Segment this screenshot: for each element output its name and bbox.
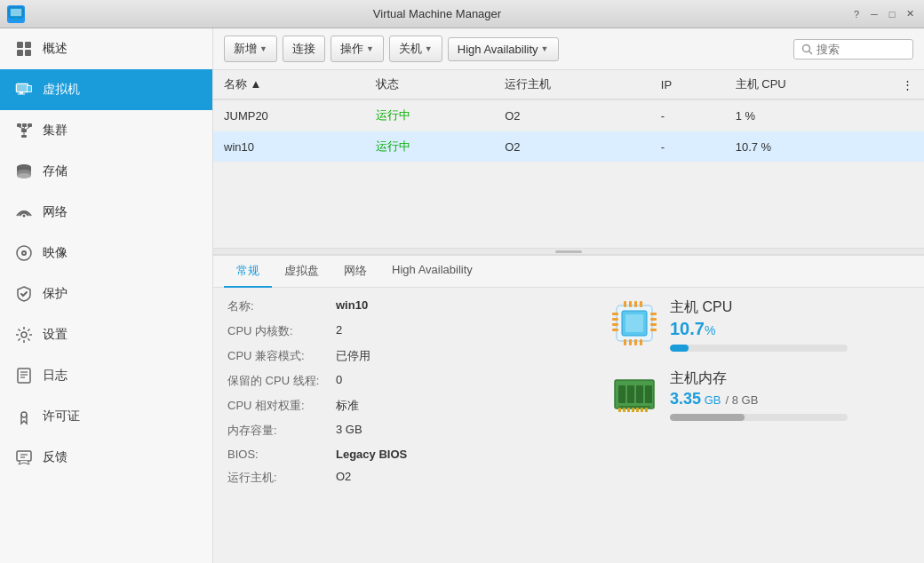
table-row[interactable]: win10 运行中 O2 - 10.7 % — [213, 131, 924, 163]
col-cpu[interactable]: 主机 CPU — [725, 70, 891, 99]
sidebar-item-settings[interactable]: 设置 — [0, 314, 212, 355]
svg-point-28 — [23, 215, 26, 218]
license-icon — [14, 407, 34, 426]
svg-rect-9 — [17, 84, 28, 91]
sidebar-label-protection: 保护 — [43, 286, 68, 302]
protection-icon — [14, 284, 34, 304]
cpu-stat-info: 主机 CPU 10.7% — [670, 298, 910, 352]
svg-rect-4 — [17, 42, 23, 48]
col-ip[interactable]: IP — [650, 70, 725, 99]
svg-rect-59 — [650, 318, 657, 321]
svg-rect-46 — [624, 301, 626, 307]
svg-rect-45 — [625, 314, 643, 332]
table-header-row: 名称 ▲ 状态 运行主机 IP 主机 CPU ⋮ — [213, 70, 924, 99]
svg-rect-56 — [612, 323, 618, 326]
stats-panel: 主机 CPU 10.7% — [595, 288, 924, 504]
cell-more — [891, 99, 924, 131]
shutdown-button[interactable]: 关机 ▼ — [389, 36, 442, 62]
sidebar-label-feedback: 反馈 — [43, 449, 68, 465]
cpu-stat-value: 10.7% — [670, 319, 910, 339]
svg-rect-47 — [629, 301, 632, 307]
app-icon — [7, 5, 25, 23]
connect-button[interactable]: 连接 — [283, 36, 325, 62]
svg-rect-11 — [18, 94, 25, 95]
info-row-cpu-cores: CPU 内核数: 2 — [227, 323, 580, 339]
main-layout: 概述 虚拟机 — [0, 28, 924, 563]
memory-used: 3.35 — [670, 390, 701, 408]
tab-network[interactable]: 网络 — [331, 256, 379, 288]
memory-stat-card: 主机内存 3.35 GB / 8 GB — [609, 369, 910, 421]
sidebar-item-overview[interactable]: 概述 — [0, 28, 212, 69]
memory-total-unit: GB — [738, 393, 758, 407]
svg-rect-66 — [645, 385, 652, 403]
memory-stat-value: 3.35 GB / 8 GB — [670, 390, 910, 408]
tab-general[interactable]: 常规 — [224, 256, 272, 288]
sidebar-label-storage: 存储 — [43, 163, 68, 179]
sidebar-item-feedback[interactable]: 反馈 — [0, 437, 212, 478]
table-row[interactable]: JUMP20 运行中 O2 - 1 % — [213, 99, 924, 131]
maximize-btn[interactable]: □ — [885, 7, 899, 21]
detail-panel: 常规 虚拟盘 网络 High Availability 名称: win10 CP… — [213, 255, 924, 504]
help-btn[interactable]: ? — [849, 7, 864, 21]
label-cpu-cores: CPU 内核数: — [227, 323, 325, 339]
value-cpu-weight: 标准 — [336, 398, 359, 414]
svg-rect-2 — [13, 18, 19, 20]
sidebar-item-protection[interactable]: 保护 — [0, 274, 212, 314]
new-button[interactable]: 新增 ▼ — [224, 36, 277, 62]
cell-cpu: 10.7 % — [725, 131, 891, 163]
svg-rect-69 — [623, 408, 625, 412]
ha-button[interactable]: High Availability ▼ — [448, 37, 559, 61]
memory-unit: GB — [701, 393, 721, 407]
action-dropdown-arrow[interactable]: ▼ — [366, 44, 374, 53]
cpu-unit: % — [705, 323, 715, 337]
tab-ha[interactable]: High Availability — [379, 256, 485, 288]
shutdown-dropdown-arrow[interactable]: ▼ — [425, 44, 433, 53]
memory-icon — [609, 369, 659, 419]
sidebar-label-settings: 设置 — [43, 327, 68, 343]
cpu-stat-card: 主机 CPU 10.7% — [609, 298, 910, 352]
sidebar-item-image[interactable]: 映像 — [0, 233, 212, 274]
sidebar-item-storage[interactable]: 存储 — [0, 151, 212, 192]
cpu-icon — [609, 298, 659, 348]
col-name[interactable]: 名称 ▲ — [213, 70, 365, 99]
sidebar-item-network[interactable]: 网络 — [0, 192, 212, 233]
value-cpu-reserve: 0 — [336, 373, 342, 386]
svg-rect-55 — [612, 318, 618, 321]
svg-rect-13 — [28, 86, 31, 91]
svg-rect-5 — [25, 42, 31, 48]
svg-point-32 — [21, 332, 27, 337]
search-box[interactable] — [793, 39, 913, 59]
svg-point-41 — [803, 44, 810, 52]
sidebar-item-log[interactable]: 日志 — [0, 355, 212, 396]
minimize-btn[interactable]: ─ — [867, 7, 881, 21]
memory-chip-svg — [609, 369, 659, 419]
sidebar-item-cluster[interactable]: 集群 — [0, 110, 212, 151]
action-button[interactable]: 操作 ▼ — [331, 36, 384, 62]
info-row-memory: 内存容量: 3 GB — [227, 423, 580, 439]
tab-vdisk[interactable]: 虚拟盘 — [272, 256, 331, 288]
memory-progress-fill — [670, 414, 745, 421]
label-memory: 内存容量: — [227, 423, 325, 439]
svg-rect-10 — [20, 92, 23, 94]
svg-rect-61 — [650, 329, 657, 331]
svg-rect-73 — [641, 408, 643, 412]
search-input[interactable] — [816, 43, 905, 56]
detail-tabs: 常规 虚拟盘 网络 High Availability — [213, 256, 924, 288]
info-panel: 名称: win10 CPU 内核数: 2 CPU 兼容模式: 已停用 保留的 C… — [213, 288, 595, 504]
cell-ip: - — [650, 99, 725, 131]
sidebar-item-vm[interactable]: 虚拟机 — [0, 69, 212, 110]
svg-rect-1 — [11, 9, 21, 16]
svg-rect-64 — [627, 385, 634, 403]
split-divider[interactable] — [213, 248, 924, 255]
sidebar-item-license[interactable]: 许可证 — [0, 396, 212, 437]
svg-line-42 — [809, 51, 813, 54]
value-memory: 3 GB — [336, 423, 362, 436]
new-dropdown-arrow[interactable]: ▼ — [259, 44, 267, 53]
toolbar: 新增 ▼ 连接 操作 ▼ 关机 ▼ High Availability ▼ — [213, 28, 924, 70]
col-status[interactable]: 状态 — [365, 70, 495, 99]
svg-line-18 — [20, 127, 25, 129]
close-btn[interactable]: ✕ — [903, 7, 917, 21]
ha-dropdown-arrow[interactable]: ▼ — [541, 44, 549, 53]
col-host[interactable]: 运行主机 — [494, 70, 650, 99]
svg-point-31 — [23, 252, 25, 254]
